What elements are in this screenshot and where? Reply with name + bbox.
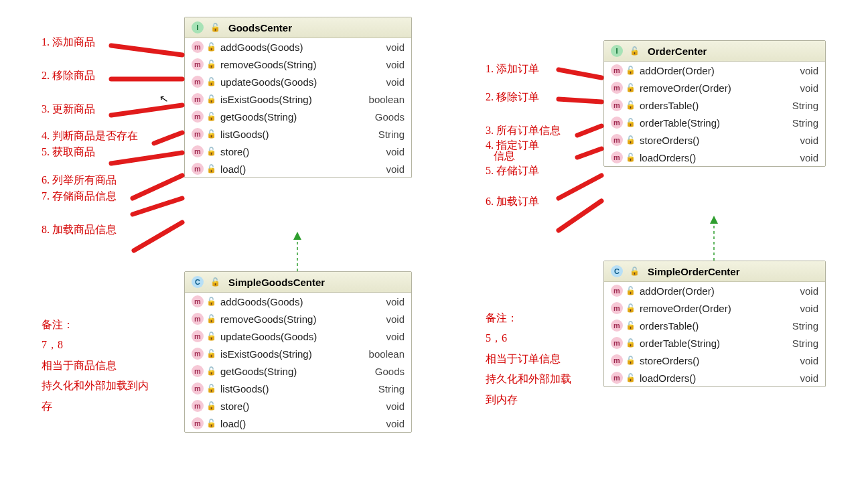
lock-icon: 🔓	[626, 66, 636, 75]
method-row: m🔓getGoods(String)Goods	[185, 108, 411, 125]
method-return-type: void	[364, 59, 405, 70]
method-signature: addOrder(Order)	[640, 285, 777, 297]
method-signature: storeOrders()	[640, 355, 777, 366]
method-signature: load()	[220, 418, 363, 429]
method-return-type: void	[364, 163, 405, 175]
red-pointers-order	[559, 70, 601, 230]
method-badge-icon: m	[192, 58, 204, 70]
lock-icon: 🔓	[626, 118, 636, 127]
method-return-type: String	[778, 100, 818, 111]
method-badge-icon: m	[611, 372, 623, 384]
method-return-type: void	[778, 135, 818, 146]
method-signature: addGoods(Goods)	[220, 42, 363, 53]
method-row: m🔓updateGoods(Goods)void	[185, 73, 411, 90]
method-badge-icon: m	[611, 82, 623, 94]
lock-icon: 🔓	[626, 356, 636, 365]
method-badge-icon: m	[192, 330, 204, 342]
svg-line-12	[559, 70, 601, 78]
method-row: m🔓removeGoods(String)void	[185, 56, 411, 73]
annot-item: 4. 判断商品是否存在	[42, 131, 138, 141]
annot-item: 3. 所有订单信息	[486, 125, 561, 136]
method-badge-icon: m	[611, 302, 623, 314]
lock-icon: 🔓	[206, 366, 216, 376]
method-return-type: boolean	[364, 348, 405, 360]
method-signature: removeGoods(String)	[220, 59, 363, 70]
annot-item: 2. 移除订单	[486, 92, 561, 102]
method-row: m🔓listGoods()String	[185, 380, 411, 397]
annot-item: 2. 移除商品	[42, 70, 138, 81]
method-badge-icon: m	[611, 64, 623, 76]
svg-line-9	[133, 175, 182, 198]
method-row: m🔓loadOrders()void	[604, 369, 825, 386]
lock-icon: 🔓	[626, 286, 636, 295]
method-row: m🔓removeOrder(Order)void	[604, 299, 825, 317]
lock-icon: 🔓	[206, 164, 216, 173]
method-row: m🔓orderTable(String)String	[604, 114, 825, 131]
method-signature: getGoods(String)	[220, 366, 363, 377]
annotations-order: 1. 添加订单 2. 移除订单 3. 所有订单信息 4. 指定订单 信息 5. …	[486, 64, 561, 222]
lock-icon: 🔓	[206, 419, 216, 428]
interface-badge-icon: I	[611, 45, 623, 57]
method-row: m🔓addOrder(Order)void	[604, 62, 825, 79]
method-return-type: Goods	[364, 111, 405, 123]
lock-icon: 🔓	[626, 100, 636, 110]
method-signature: addOrder(Order)	[640, 65, 777, 76]
lock-icon: 🔓	[206, 60, 216, 69]
annotations-goods: 1. 添加商品 2. 移除商品 3. 更新商品 4. 判断商品是否存在 5. 获…	[42, 37, 138, 250]
method-return-type: void	[778, 82, 818, 94]
method-signature: loadOrders()	[640, 372, 777, 384]
lock-icon: 🔓	[210, 23, 220, 32]
uml-header: C🔓SimpleOrderCenter	[604, 261, 825, 282]
method-return-type: void	[364, 42, 405, 53]
lock-icon: 🔓	[206, 349, 216, 358]
lock-icon: 🔓	[206, 129, 216, 139]
class-title: SimpleOrderCenter	[648, 266, 740, 277]
method-return-type: String	[364, 383, 405, 395]
method-return-type: void	[364, 331, 405, 342]
method-badge-icon: m	[611, 354, 623, 366]
lock-icon: 🔓	[626, 373, 636, 382]
method-row: m🔓addGoods(Goods)void	[185, 293, 411, 310]
realization-arrow-goods	[293, 232, 301, 271]
method-badge-icon: m	[192, 41, 204, 53]
lock-icon: 🔓	[206, 147, 216, 156]
class-badge-icon: C	[611, 265, 623, 277]
method-badge-icon: m	[192, 365, 204, 377]
lock-icon: 🔓	[206, 77, 216, 86]
realization-arrow-order	[710, 216, 718, 261]
method-badge-icon: m	[192, 382, 204, 395]
method-return-type: void	[778, 372, 818, 384]
interface-badge-icon: I	[192, 21, 204, 33]
lock-icon: 🔓	[626, 338, 636, 348]
annot-item: 1. 添加订单	[486, 64, 561, 74]
method-badge-icon: m	[192, 76, 204, 88]
svg-line-14	[577, 126, 601, 135]
svg-line-11	[134, 222, 182, 251]
method-signature: ordersTable()	[640, 320, 777, 332]
method-signature: removeOrder(Order)	[640, 303, 777, 314]
method-badge-icon: m	[192, 145, 204, 157]
method-signature: listGoods()	[220, 129, 363, 140]
method-row: m🔓store()void	[185, 397, 411, 415]
method-return-type: String	[778, 117, 818, 129]
annot-item: 7. 存储商品信息	[42, 191, 138, 202]
annot-item: 5. 存储订单	[486, 165, 561, 176]
method-badge-icon: m	[611, 285, 623, 297]
method-badge-icon: m	[192, 295, 204, 307]
method-signature: isExistGoods(String)	[220, 94, 363, 105]
annot-item: 8. 加载商品信息	[42, 224, 138, 235]
method-badge-icon: m	[192, 163, 204, 175]
method-return-type: void	[778, 65, 818, 76]
method-return-type: void	[364, 146, 405, 157]
uml-header: I🔓OrderCenter	[604, 41, 825, 62]
method-badge-icon: m	[192, 417, 204, 429]
method-row: m🔓ordersTable()String	[604, 317, 825, 334]
method-row: m🔓storeOrders()void	[604, 131, 825, 149]
method-row: m🔓getGoods(String)Goods	[185, 362, 411, 380]
svg-line-15	[577, 149, 601, 157]
uml-class-simpleordercenter: C🔓SimpleOrderCenterm🔓addOrder(Order)void…	[603, 261, 826, 387]
method-badge-icon: m	[192, 128, 204, 140]
method-row: m🔓storeOrders()void	[604, 352, 825, 369]
svg-line-17	[559, 201, 601, 230]
lock-icon: 🔓	[206, 42, 216, 52]
